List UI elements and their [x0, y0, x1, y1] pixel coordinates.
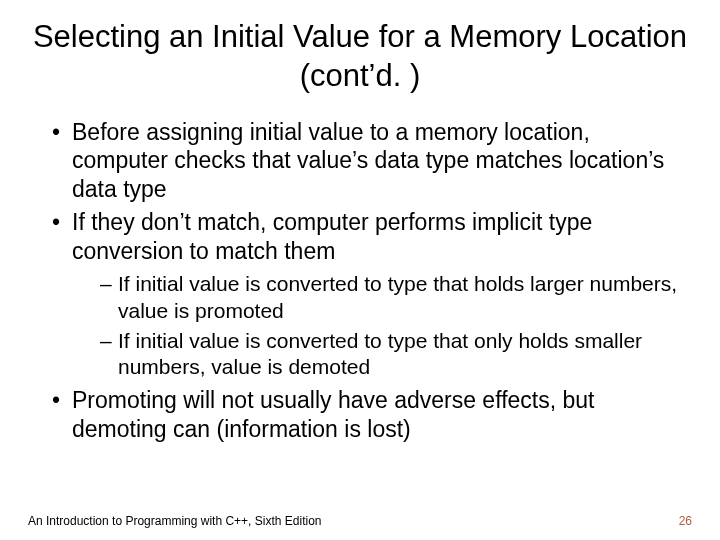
- subbullet-item: If initial value is converted to type th…: [100, 271, 692, 324]
- bullet-item: Promoting will not usually have adverse …: [52, 386, 692, 444]
- slide: Selecting an Initial Value for a Memory …: [0, 0, 720, 540]
- footer: An Introduction to Programming with C++,…: [28, 514, 692, 528]
- subbullet-item: If initial value is converted to type th…: [100, 328, 692, 381]
- bullet-list-level1: Before assigning initial value to a memo…: [28, 118, 692, 444]
- page-number: 26: [679, 514, 692, 528]
- slide-title: Selecting an Initial Value for a Memory …: [28, 18, 692, 96]
- bullet-text: If they don’t match, computer performs i…: [72, 209, 592, 264]
- bullet-item: If they don’t match, computer performs i…: [52, 208, 692, 381]
- bullet-item: Before assigning initial value to a memo…: [52, 118, 692, 204]
- footer-left: An Introduction to Programming with C++,…: [28, 514, 321, 528]
- bullet-list-level2: If initial value is converted to type th…: [72, 271, 692, 380]
